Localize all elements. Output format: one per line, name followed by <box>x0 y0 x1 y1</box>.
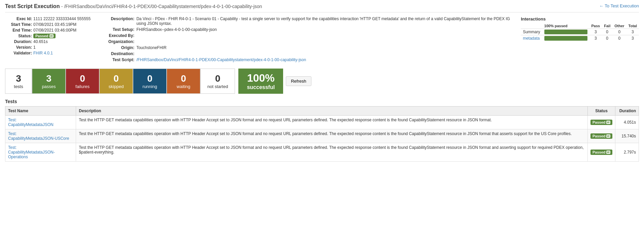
origin-label: Origin: <box>97 45 134 50</box>
interactions-table: 100% passed Pass Fail Other Total Summar… <box>521 23 639 41</box>
passes-stat: 3 passes <box>32 69 66 94</box>
failures-label: failures <box>75 84 90 89</box>
skipped-label: skipped <box>109 84 124 89</box>
back-link[interactable]: To Test Execution <box>599 3 639 8</box>
interaction-progress <box>542 29 589 35</box>
success-box: 100% successful <box>238 69 283 94</box>
test-description-cell: Test the HTTP GET metadata capabilities … <box>76 129 588 143</box>
desc-value: Da Vinci - PDex - FHIR R4-0-1 - Scenario… <box>136 16 514 26</box>
interaction-pass: 3 <box>589 35 602 42</box>
desc-label: Description: <box>97 16 134 21</box>
version-row: Version: 1 <box>5 45 91 50</box>
status-badge: Passed <box>33 34 56 38</box>
success-pct: 100% <box>247 72 275 84</box>
start-time-label: Start Time: <box>5 22 32 27</box>
interaction-total: 3 <box>626 29 639 35</box>
tests-label: tests <box>14 84 23 89</box>
exec-id-label: Exec Id: <box>5 16 32 21</box>
not-started-stat: 0 not started <box>200 69 235 94</box>
not-started-label: not started <box>207 84 228 89</box>
version-label: Version: <box>5 45 32 50</box>
test-status-badge: Passed <box>590 133 612 139</box>
test-script-row: Test Script: /FHIRSandbox/DaVinci/FHIR4-… <box>97 57 514 62</box>
page-header: Test Script Execution - /FHIRSandbox/DaV… <box>5 3 639 12</box>
interaction-fail: 0 <box>602 35 612 42</box>
test-status-cell: Passed <box>587 143 615 162</box>
interaction-fail: 0 <box>602 29 612 35</box>
waiting-label: waiting <box>177 84 190 89</box>
test-setup-label: Test Setup: <box>97 27 134 32</box>
interaction-name[interactable]: metadata <box>521 35 542 42</box>
tests-title: Tests <box>5 99 639 104</box>
test-description-cell: Test the HTTP GET metadata capabilities … <box>76 116 588 129</box>
executed-by-label: Executed By: <box>97 33 134 38</box>
exec-id-value: 1111 22222 333333444 555555 <box>33 16 91 21</box>
test-script-link[interactable]: /FHIRSandbox/DaVinci/FHIR4-0-1-PDEX/00-C… <box>136 57 306 62</box>
interaction-total: 3 <box>626 35 639 42</box>
test-name-cell: Test:CapabilityMetadataJSON-Operations <box>5 143 76 162</box>
status-label: Status: <box>5 34 32 38</box>
validator-link[interactable]: FHIR 4.0.1 <box>33 51 53 55</box>
col-description: Description <box>76 107 588 116</box>
test-name-link[interactable]: Test:CapabilityMetadataJSON <box>8 118 54 127</box>
test-duration-cell: 4.051s <box>615 116 639 129</box>
skipped-num: 0 <box>113 73 119 84</box>
col-test-name: Test Name <box>5 107 76 116</box>
tests-stat: 3 tests <box>5 69 32 94</box>
interaction-name: Summary <box>521 29 542 35</box>
failures-stat: 0 failures <box>66 69 99 94</box>
end-time-row: End Time: 07/08/2021 03:46:00PM <box>5 28 91 33</box>
test-name-link[interactable]: Test:CapabilityMetadataJSON-Operations <box>8 145 55 159</box>
duration-label: Duration: <box>5 39 32 44</box>
executed-by-row: Executed By: <box>97 33 514 38</box>
test-name-link[interactable]: Test:CapabilityMetadataJSON-USCore <box>8 131 69 141</box>
waiting-stat: 0 waiting <box>167 69 200 94</box>
title-subtitle: - /FHIRSandbox/DaVinci/FHIR4-0-1-PDEX/00… <box>61 4 262 9</box>
test-name-cell: Test:CapabilityMetadataJSON <box>5 116 76 129</box>
info-section: Exec Id: 1111 22222 333333444 555555 Sta… <box>5 16 639 64</box>
interaction-other: 0 <box>612 29 626 35</box>
interactions-col-other: Other <box>612 23 626 29</box>
col-status: Status <box>587 107 615 116</box>
interactions-col-total: Total <box>626 23 639 29</box>
interactions-col-name <box>521 23 542 29</box>
desc-row: Description: Da Vinci - PDex - FHIR R4-0… <box>97 16 514 26</box>
test-duration-cell: 15.740s <box>615 129 639 143</box>
test-status-badge: Passed <box>590 150 612 155</box>
version-value: 1 <box>33 45 36 50</box>
interactions-col-fail: Fail <box>602 23 612 29</box>
col-duration: Duration <box>615 107 639 116</box>
interactions-section: Interactions 100% passed Pass Fail Other… <box>521 16 639 64</box>
meta-center: Description: Da Vinci - PDex - FHIR R4-0… <box>97 16 514 64</box>
validator-row: Validator: FHIR 4.0.1 <box>5 51 91 55</box>
table-row: Test:CapabilityMetadataJSON-USCoreTest t… <box>5 129 639 143</box>
tests-section: Tests Test Name Description Status Durat… <box>5 99 639 162</box>
tests-table: Test Name Description Status Duration Te… <box>5 106 639 162</box>
origin-row: Origin: TouchstoneFHIR <box>97 45 514 50</box>
test-setup-row: Test Setup: FHIRSandbox--pdex-4-0-1-00-c… <box>97 27 514 32</box>
not-started-num: 0 <box>215 73 221 84</box>
running-stat: 0 running <box>133 69 167 94</box>
interaction-pass: 3 <box>589 29 602 35</box>
organization-row: Organization: <box>97 39 514 44</box>
interaction-row: Summary3003 <box>521 29 639 35</box>
status-row: Status: Passed <box>5 34 91 38</box>
organization-label: Organization: <box>97 39 134 44</box>
passes-label: passes <box>42 84 56 89</box>
duration-row: Duration: 40.651s <box>5 39 91 44</box>
test-description-cell: Test the HTTP GET metadata capabilities … <box>76 143 588 162</box>
start-time-row: Start Time: 07/08/2021 03:45:19PM <box>5 22 91 27</box>
interactions-col-pct: 100% passed <box>542 23 589 29</box>
table-row: Test:CapabilityMetadataJSON-OperationsTe… <box>5 143 639 162</box>
validator-label: Validator: <box>5 51 32 55</box>
interaction-link[interactable]: metadata <box>523 36 540 41</box>
refresh-button[interactable]: Refresh <box>286 76 311 86</box>
test-setup-value: FHIRSandbox--pdex-4-0-1-00-capability-js… <box>136 27 217 32</box>
success-label: successful <box>247 84 275 90</box>
interaction-other: 0 <box>612 35 626 42</box>
test-status-cell: Passed <box>587 116 615 129</box>
page-title: Test Script Execution - /FHIRSandbox/DaV… <box>5 3 262 9</box>
title-main: Test Script Execution <box>5 3 60 9</box>
tests-num: 3 <box>16 73 21 84</box>
end-time-label: End Time: <box>5 28 32 33</box>
